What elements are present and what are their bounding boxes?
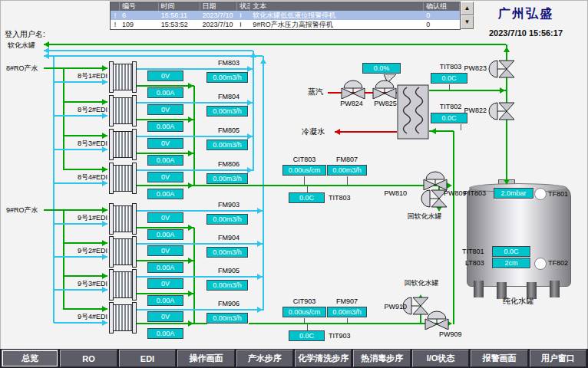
pipe bbox=[54, 256, 107, 258]
edi-module-label: 8号1#EDI bbox=[72, 72, 107, 80]
flow-arrow bbox=[188, 225, 193, 231]
conductivity-display: 0.00us/cm bbox=[282, 307, 326, 317]
voltage-display: 0V bbox=[147, 104, 183, 115]
scroll-up-icon: ▲ bbox=[464, 5, 471, 12]
scroll-down-icon: ▼ bbox=[464, 18, 471, 25]
alarm-cell-id: 6 bbox=[120, 11, 159, 20]
login-user-label: 登入用户名: bbox=[5, 30, 45, 38]
alarm-cell-id: 109 bbox=[120, 20, 159, 29]
alarm-cell-state: I bbox=[237, 20, 250, 29]
tf802-icon bbox=[534, 258, 547, 270]
flow-arrow bbox=[431, 128, 436, 134]
alarm-scroll-up-button[interactable]: ▲ bbox=[461, 2, 474, 15]
flow-meter-label: FM904 bbox=[208, 234, 249, 242]
flow-display: 0.00m3/h bbox=[206, 106, 248, 117]
tit801-display: 0.0C bbox=[492, 246, 530, 257]
nav-button-5[interactable]: 产水步序 bbox=[236, 350, 293, 367]
tank-leg bbox=[550, 281, 560, 297]
flow-arrow bbox=[102, 133, 107, 139]
alarm-cell-ack: 0 bbox=[424, 11, 460, 20]
valve-pw824-icon[interactable] bbox=[340, 79, 366, 102]
alarm-column-header: 确认组 bbox=[424, 2, 460, 11]
edi-module-label: 9号3#EDI bbox=[72, 280, 107, 288]
edi-module-icon bbox=[109, 269, 137, 301]
purified-water-tank bbox=[467, 186, 571, 287]
tf802-label: TF802 bbox=[548, 259, 568, 268]
alarm-column-header: 日期 bbox=[200, 2, 238, 11]
line-temp-display: 0.0C bbox=[289, 330, 325, 341]
pipe bbox=[347, 317, 348, 324]
current-display: 0.00A bbox=[147, 262, 183, 273]
pipe bbox=[63, 210, 64, 310]
lt803-label: LT803 bbox=[465, 259, 484, 268]
alarm-cell-mark: ! bbox=[111, 11, 120, 20]
alarm-cell-ack: 0 bbox=[424, 20, 460, 29]
pipe bbox=[347, 176, 348, 185]
alarm-row[interactable]: !615:56:112023/7/10I软化水罐低低液位报警停机0 bbox=[111, 11, 460, 20]
nav-button-9[interactable]: 报警画面 bbox=[471, 350, 527, 367]
valve-label-pw822: PW822 bbox=[461, 107, 487, 115]
pipe bbox=[64, 101, 107, 103]
pipe bbox=[137, 293, 194, 294]
pipe bbox=[461, 123, 461, 130]
drain-valve-label: PW910 bbox=[378, 303, 407, 311]
edi-module-icon bbox=[109, 302, 137, 334]
alarm-scroll-down-button[interactable]: ▼ bbox=[461, 15, 474, 29]
current-display: 0.00A bbox=[147, 229, 183, 240]
flow-arrow bbox=[504, 179, 510, 185]
alarm-cell-text: 软化水罐低低液位报警停机 bbox=[250, 11, 424, 20]
edi-hmi-screen: 编号时间日期状态文本确认组!615:56:112023/7/10I软化水罐低低液… bbox=[0, 0, 588, 368]
pipe bbox=[137, 136, 253, 137]
flow-arrow bbox=[504, 47, 510, 52]
nav-button-6[interactable]: 化学清洗步序 bbox=[295, 350, 352, 367]
ro-feed-label: 8#RO产水 bbox=[6, 64, 38, 73]
nav-button-4[interactable]: 操作画面 bbox=[177, 350, 234, 367]
pipe bbox=[137, 153, 194, 154]
alarm-column-header: 时间 bbox=[159, 2, 200, 11]
edi-module-label: 8号2#EDI bbox=[72, 106, 107, 114]
nav-button-1[interactable]: 总览 bbox=[2, 350, 58, 367]
line-flow-meter-label: FM807 bbox=[327, 156, 367, 164]
voltage-display: 0V bbox=[147, 71, 183, 81]
pipe bbox=[137, 68, 253, 70]
valve-pw825-icon[interactable] bbox=[372, 74, 398, 102]
pipe bbox=[137, 260, 194, 261]
alarm-table[interactable]: 编号时间日期状态文本确认组!615:56:112023/7/10I软化水罐低低液… bbox=[110, 2, 461, 30]
drain-valve-label: PW810 bbox=[378, 189, 407, 198]
flow-arrow bbox=[188, 117, 193, 123]
edi-module-icon bbox=[109, 95, 137, 127]
valve-pw822-icon[interactable] bbox=[487, 101, 516, 124]
flow-arrow bbox=[257, 274, 263, 280]
edi-module-label: 9号4#EDI bbox=[72, 313, 107, 321]
alarm-column-header: 编号 bbox=[120, 2, 159, 11]
nav-button-7[interactable]: 热消毒步序 bbox=[353, 350, 410, 367]
pipe bbox=[137, 102, 253, 104]
nav-button-2[interactable]: RO bbox=[60, 350, 117, 367]
nav-button-8[interactable]: I/O状态 bbox=[412, 350, 469, 367]
pipe bbox=[137, 210, 263, 212]
nav-button-10[interactable]: 用户窗口 bbox=[530, 350, 586, 367]
return-soft-tank-label: 回软化水罐 bbox=[395, 279, 448, 288]
flow-arrow bbox=[257, 307, 263, 313]
flow-display: 0.00m3/h bbox=[206, 247, 248, 258]
alarm-column-header bbox=[111, 2, 120, 11]
flow-arrow bbox=[102, 166, 107, 172]
valve-pw823-icon[interactable] bbox=[487, 59, 516, 82]
pipe bbox=[63, 68, 64, 170]
tit801-label: TIT801 bbox=[462, 248, 484, 256]
alarm-column-header: 状态 bbox=[237, 2, 250, 11]
flow-display: 0.00m3/h bbox=[206, 214, 248, 225]
valve-label-pw823: PW823 bbox=[461, 64, 487, 73]
alarm-cell-date: 2023/7/10 bbox=[200, 20, 238, 29]
pipe bbox=[44, 67, 107, 69]
alarm-row[interactable]: !10915:53:522023/7/10I9#RO产水压力高报警停机0 bbox=[111, 20, 460, 29]
pipe bbox=[335, 131, 397, 133]
cit-label: CIT803 bbox=[282, 156, 326, 164]
ro-feed-label: 9#RO产水 bbox=[6, 206, 38, 215]
lt803-display: 2cm bbox=[492, 258, 530, 268]
nav-button-3[interactable]: EDI bbox=[119, 350, 176, 367]
pipe bbox=[64, 242, 107, 244]
pipe bbox=[44, 55, 263, 57]
pipe bbox=[263, 56, 264, 310]
pit803-display: 2.0mbar bbox=[494, 188, 533, 199]
